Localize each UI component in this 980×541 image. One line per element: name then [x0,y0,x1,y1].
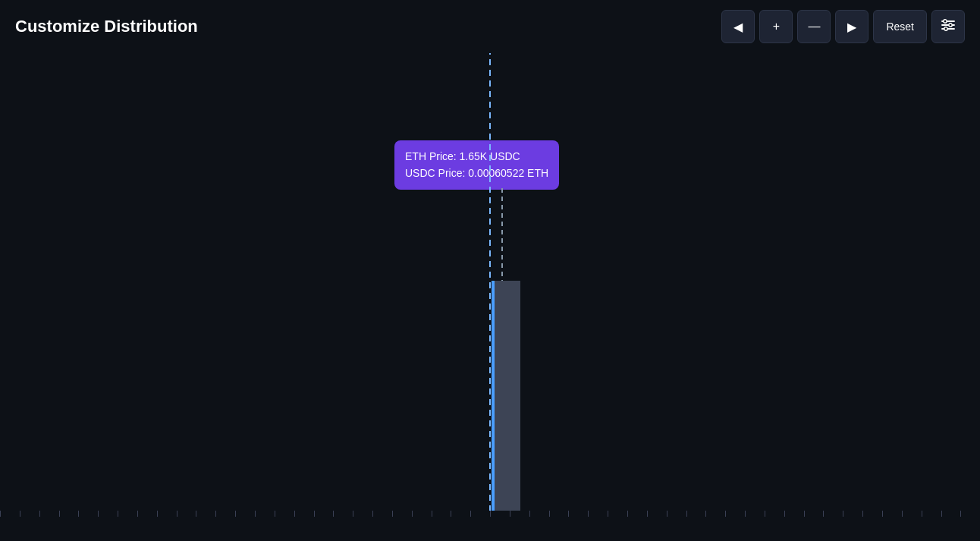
tick-29 [549,511,569,517]
tick-16 [294,511,314,517]
tick-36 [686,511,706,517]
svg-point-3 [944,20,947,23]
tick-41 [784,511,804,517]
tick-1 [0,511,20,517]
settings-icon [941,17,956,36]
toolbar: ◀ + — ▶ Reset [721,10,965,43]
tick-8 [137,511,157,517]
tick-45 [862,511,882,517]
price-tooltip: ETH Price: 1.65K USDC USDC Price: 0.0006… [394,140,559,190]
tick-50 [960,511,980,517]
tick-32 [608,511,627,517]
tick-19 [353,511,372,517]
tick-20 [372,511,392,517]
settings-button[interactable] [931,10,965,43]
svg-point-5 [944,27,947,30]
tick-30 [568,511,588,517]
tick-bar [0,511,980,526]
tick-34 [647,511,667,517]
tick-40 [765,511,784,517]
tick-27 [510,511,529,517]
tick-23 [432,511,451,517]
tick-38 [725,511,745,517]
tick-22 [412,511,432,517]
tick-48 [922,511,941,517]
tick-44 [843,511,862,517]
tick-25 [470,511,490,517]
tick-3 [39,511,59,517]
tick-13 [235,511,255,517]
page-title: Customize Distribution [15,17,198,36]
tick-2 [20,511,39,517]
tick-49 [941,511,961,517]
tick-5 [78,511,98,517]
tick-42 [804,511,824,517]
tick-11 [196,511,215,517]
chart-area: ETH Price: 1.65K USDC USDC Price: 0.0006… [0,53,980,526]
tick-12 [215,511,235,517]
tick-18 [333,511,353,517]
tick-7 [118,511,137,517]
tick-24 [451,511,470,517]
tooltip-connector [501,188,503,285]
tick-marks [0,511,980,526]
range-bar[interactable] [492,281,520,511]
prev-button[interactable]: ◀ [721,10,755,43]
reset-button[interactable]: Reset [873,10,927,43]
eth-price-label: ETH Price: 1.65K USDC [405,148,548,165]
usdc-price-label: USDC Price: 0.00060522 ETH [405,165,548,181]
tick-37 [705,511,725,517]
tick-10 [177,511,196,517]
tick-28 [529,511,549,517]
tick-9 [157,511,177,517]
tick-46 [882,511,902,517]
tick-26 [490,511,510,517]
svg-point-4 [949,24,952,27]
tick-43 [823,511,843,517]
tick-31 [588,511,608,517]
tick-33 [627,511,647,517]
tick-17 [314,511,334,517]
current-price-line [489,53,491,511]
tick-14 [255,511,275,517]
tick-47 [902,511,922,517]
tick-39 [745,511,765,517]
tick-21 [392,511,412,517]
tick-6 [98,511,118,517]
tick-15 [275,511,294,517]
zoom-in-button[interactable]: + [759,10,793,43]
range-bar-body [495,281,520,511]
header: Customize Distribution ◀ + — ▶ Reset [0,0,980,53]
zoom-out-button[interactable]: — [797,10,831,43]
tick-35 [667,511,686,517]
tick-4 [59,511,79,517]
next-button[interactable]: ▶ [835,10,868,43]
